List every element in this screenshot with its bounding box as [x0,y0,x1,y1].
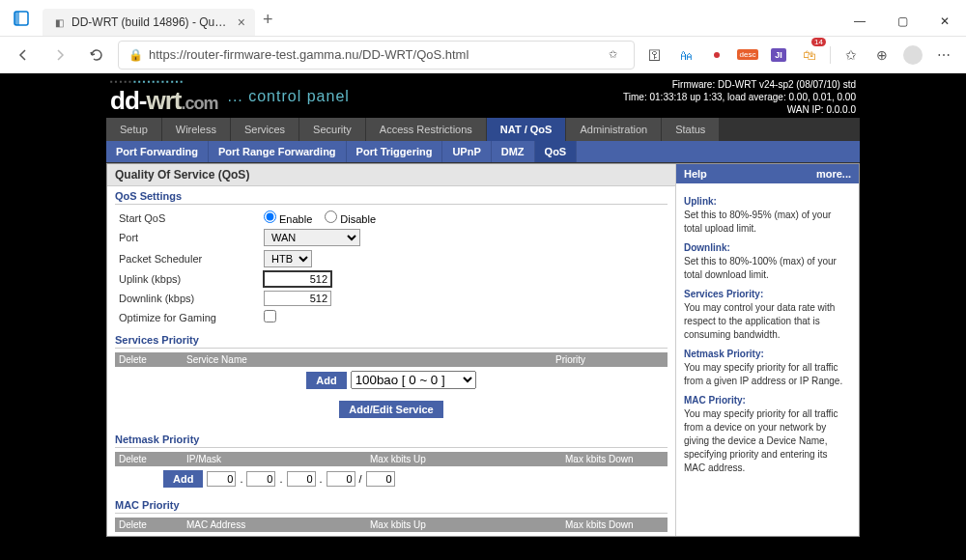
status-firmware: Firmware: DD-WRT v24-sp2 (08/07/10) std [623,78,856,91]
port-label: Port [119,232,264,243]
status-wan: WAN IP: 0.0.0.0 [623,103,856,116]
downlink-input[interactable] [264,291,331,306]
mask-input[interactable] [366,471,395,487]
subtab-port-forwarding[interactable]: Port Forwarding [106,141,209,162]
downlink-label: Downlink (kbps) [119,293,264,304]
main-tabs: SetupWirelessServicesSecurityAccess Rest… [106,118,860,141]
collections-icon[interactable]: ⊕ [867,40,896,70]
help-term: Uplink: [684,195,851,209]
page-title: Quality Of Service (QoS) [107,164,675,186]
tab-security[interactable]: Security [299,118,366,141]
toolbar-divider [830,46,831,64]
uplink-label: Uplink (kbps) [119,273,264,285]
window-controls: — ▢ ✕ [838,7,966,36]
tab-setup[interactable]: Setup [106,118,162,141]
favorites-bar-icon[interactable]: ✩ [837,40,866,70]
help-header: Help more... [676,164,859,183]
mac-priority-title: MAC Priority [115,499,668,514]
subtab-dmz[interactable]: DMZ [492,141,535,162]
subtab-port-range-forwarding[interactable]: Port Range Forwarding [209,141,347,162]
enable-radio[interactable]: Enable [264,213,312,225]
extension-shopping-icon[interactable]: 🛍14 [795,40,824,70]
tab-administration[interactable]: Administration [566,118,662,141]
profile-icon[interactable] [898,40,927,70]
favorite-icon[interactable]: ✩ [601,40,624,70]
sub-tabs: Port ForwardingPort Range ForwardingPort… [106,141,860,163]
subtab-upnp[interactable]: UPnP [442,141,491,162]
help-desc: Set this to 80%-95% (max) of your total … [684,209,851,236]
forward-button[interactable] [44,40,75,70]
help-term: Netmask Priority: [684,348,851,361]
help-term: Services Priority: [684,288,851,301]
mac-grid-header: Delete MAC Address Max kbits Up Max kbit… [115,518,668,532]
page-viewport: ▪▪▪▪▪▪▪▪▪▪▪▪▪▪▪▪ dd-wrt.com ... control … [0,73,966,560]
ip-segment-2[interactable] [246,471,275,487]
tab-nat-qos[interactable]: NAT / QoS [487,118,567,141]
tab-access-restrictions[interactable]: Access Restrictions [366,118,487,141]
port-select[interactable]: WAN [264,229,360,246]
help-desc: Set this to 80%-100% (max) of your total… [684,255,851,282]
uplink-input[interactable] [264,271,331,287]
help-more-link[interactable]: more... [816,168,851,180]
add-edit-service-button[interactable]: Add/Edit Service [339,401,442,418]
help-term: Downlink: [684,241,851,255]
minimize-button[interactable]: — [838,7,881,36]
services-priority-title: Services Priority [115,334,668,349]
disable-radio[interactable]: Disable [325,213,376,225]
tab-favicon-icon: ◧ [52,15,66,29]
new-tab-button[interactable]: + [263,10,273,30]
url-input[interactable] [149,47,595,62]
back-button[interactable] [8,40,39,70]
netmask-add-button[interactable]: Add [163,470,203,488]
control-panel-label: ... control panel [227,88,349,105]
netmask-priority-title: Netmask Priority [115,434,668,448]
tab-wireless[interactable]: Wireless [162,118,231,141]
extension-dot-icon[interactable] [702,40,731,70]
window-close-button[interactable]: ✕ [923,7,966,36]
extension-key-icon[interactable]: ⚿ [640,40,669,70]
help-desc: You may specify priority for all traffic… [684,361,851,388]
browser-navbar: 🔒 ✩ ⚿ 🗛 desc JI 🛍14 ✩ ⊕ ⋯ [0,37,966,73]
extension-square-icon[interactable]: JI [764,40,793,70]
ip-segment-3[interactable] [287,471,316,487]
close-icon[interactable]: × [238,14,245,30]
netmask-grid-header: Delete IP/Mask Max kbits Up Max kbits Do… [115,452,668,466]
tab-services[interactable]: Services [231,118,299,141]
tab-status[interactable]: Status [662,118,720,141]
extension-translate-icon[interactable]: 🗛 [671,40,700,70]
help-title: Help [684,168,707,180]
help-body: Uplink:Set this to 80%-95% (max) of your… [676,183,859,485]
subtab-qos[interactable]: QoS [535,141,578,162]
browser-app-icon [8,5,35,32]
status-time: Time: 01:33:18 up 1:33, load average: 0.… [623,91,856,103]
optimize-gaming-label: Optimize for Gaming [119,312,264,323]
subtab-port-triggering[interactable]: Port Triggering [347,141,443,162]
maximize-button[interactable]: ▢ [881,7,923,36]
menu-button[interactable]: ⋯ [929,40,958,70]
help-desc: You may specify priority for all traffic… [684,407,851,475]
refresh-button[interactable] [81,40,112,70]
start-qos-label: Start QoS [119,212,264,224]
qos-settings-title: QoS Settings [115,190,668,205]
browser-titlebar: ◧ DD-WRT (build 14896) - Quality × + — ▢… [0,0,966,37]
help-term: MAC Priority: [684,394,851,407]
services-add-button[interactable]: Add [306,372,346,389]
extension-desc-icon[interactable]: desc [733,40,762,70]
logo: ▪▪▪▪▪▪▪▪▪▪▪▪▪▪▪▪ dd-wrt.com ... control … [110,77,350,116]
browser-tab[interactable]: ◧ DD-WRT (build 14896) - Quality × [43,9,255,36]
services-grid-header: Delete Service Name Priority [115,352,668,367]
scheduler-label: Packet Scheduler [119,253,264,265]
ip-segment-4[interactable] [327,471,355,487]
ip-segment-1[interactable] [207,471,236,487]
service-name-select[interactable]: 100bao [ 0 ~ 0 ] [351,371,476,389]
lock-icon: 🔒 [128,48,143,62]
status-block: Firmware: DD-WRT v24-sp2 (08/07/10) std … [623,78,856,116]
address-bar[interactable]: 🔒 ✩ [118,41,635,70]
svg-rect-1 [14,12,19,25]
tab-title: DD-WRT (build 14896) - Quality [71,15,232,29]
optimize-gaming-checkbox[interactable] [264,310,276,322]
scheduler-select[interactable]: HTB [264,250,312,267]
help-desc: You may control your data rate with resp… [684,301,851,342]
